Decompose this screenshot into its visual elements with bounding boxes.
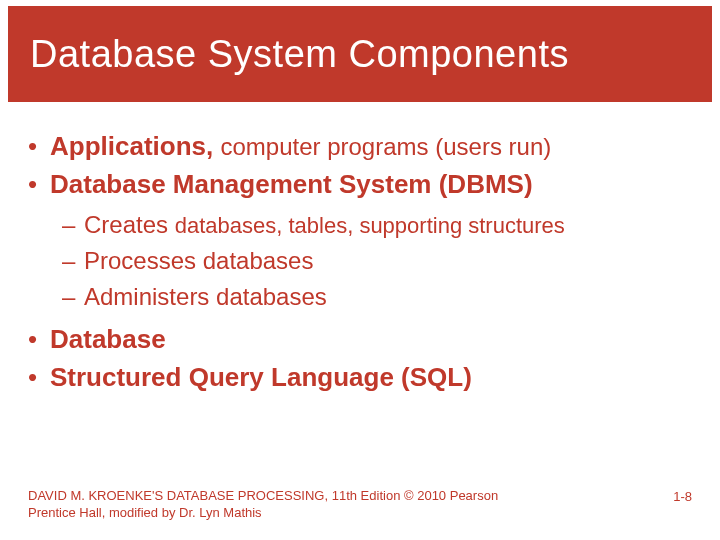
bullet-database-text: Database bbox=[50, 324, 166, 354]
bullet-sql: Structured Query Language (SQL) bbox=[28, 359, 692, 397]
slide-title: Database System Components bbox=[30, 33, 569, 76]
bullet-applications-bold: Applications, bbox=[50, 131, 220, 161]
sub-bullet-processes: Processes databases bbox=[28, 243, 692, 279]
bullet-database: Database bbox=[28, 321, 692, 359]
sub-bullet-creates: Creates databases, tables, supporting st… bbox=[28, 207, 692, 243]
slide-title-box: Database System Components bbox=[8, 6, 712, 102]
bullet-sql-text: Structured Query Language (SQL) bbox=[50, 362, 472, 392]
bullet-dbms: Database Management System (DBMS) bbox=[28, 166, 692, 204]
sub-bullet-administers-text: Administers databases bbox=[84, 283, 327, 310]
sub-bullet-creates-lead: Creates bbox=[84, 211, 175, 238]
bullet-dbms-text: Database Management System (DBMS) bbox=[50, 169, 533, 199]
sub-bullet-processes-text: Processes databases bbox=[84, 247, 313, 274]
footer-citation: DAVID M. KROENKE'S DATABASE PROCESSING, … bbox=[28, 487, 548, 522]
bullet-applications: Applications, computer programs (users r… bbox=[28, 128, 692, 166]
footer-page-number: 1-8 bbox=[673, 487, 692, 506]
bullet-applications-rest: computer programs (users run) bbox=[220, 133, 551, 160]
sub-bullet-creates-rest: databases, tables, supporting structures bbox=[175, 213, 565, 238]
slide-footer: DAVID M. KROENKE'S DATABASE PROCESSING, … bbox=[28, 487, 692, 522]
sub-bullet-administers: Administers databases bbox=[28, 279, 692, 315]
slide-body: Applications, computer programs (users r… bbox=[28, 128, 692, 397]
